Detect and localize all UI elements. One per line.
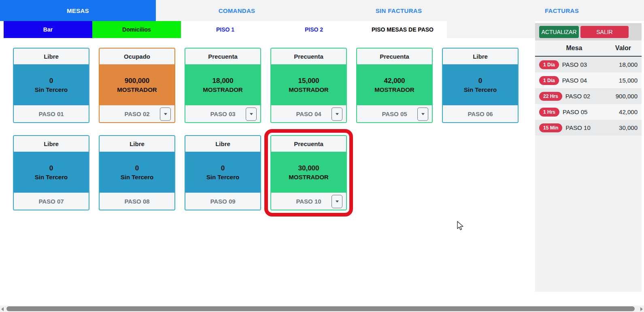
table-customer: Sin Tercero <box>121 174 153 180</box>
table-status: Libre <box>185 136 260 152</box>
actualizar-button[interactable]: ACTUALIZAR <box>539 26 579 38</box>
check-row-paso-05[interactable]: 1 Hrs PASO 05 42,000 <box>535 104 642 120</box>
table-value: 0 <box>135 164 139 172</box>
table-status: Precuenta <box>357 49 432 64</box>
chevron-down-icon <box>164 113 167 115</box>
table-value: 42,000 <box>384 77 405 85</box>
salir-button[interactable]: SALIR <box>580 26 629 38</box>
table-status: Precuenta <box>271 49 346 64</box>
table-name: PASO 10 <box>296 198 321 205</box>
check-valor: 30,000 <box>619 124 638 131</box>
subtab-piso-1[interactable]: PISO 1 <box>181 21 270 38</box>
subtab-piso-2[interactable]: PISO 2 <box>270 21 358 38</box>
table-card-footer: PASO 03 <box>185 105 260 122</box>
scrollbar-thumb[interactable] <box>6 306 635 311</box>
scroll-right-icon[interactable] <box>640 307 643 311</box>
table-actions-dropdown[interactable] <box>417 107 428 121</box>
table-card-paso-01[interactable]: Libre 0 Sin Tercero PASO 01 <box>13 48 89 123</box>
table-card-paso-02[interactable]: Ocupado 900,000 MOSTRADOR PASO 02 <box>99 48 175 123</box>
table-actions-dropdown[interactable] <box>332 195 342 208</box>
table-actions-dropdown[interactable] <box>160 107 171 121</box>
table-card-paso-07[interactable]: Libre 0 Sin Tercero PASO 07 <box>13 135 89 210</box>
horizontal-scrollbar[interactable] <box>0 306 644 312</box>
tab-mesas[interactable]: MESAS <box>0 0 156 21</box>
check-row-paso-04[interactable]: 1 Día PASO 04 15,000 <box>535 72 642 88</box>
table-name: PASO 09 <box>210 198 235 205</box>
table-value: 0 <box>221 164 225 172</box>
subbar-filler <box>447 21 535 38</box>
scroll-left-icon[interactable] <box>1 307 4 311</box>
table-actions-dropdown[interactable] <box>332 107 342 121</box>
mouse-cursor-icon <box>457 221 466 231</box>
check-row-paso-10[interactable]: 15 Min PASO 10 30,000 <box>535 120 642 136</box>
table-card-body: 900,000 MOSTRADOR <box>100 64 174 105</box>
table-actions-dropdown[interactable] <box>246 107 257 121</box>
table-card-paso-04[interactable]: Precuenta 15,000 MOSTRADOR PASO 04 <box>270 48 347 123</box>
table-card-body: 0 Sin Tercero <box>185 152 260 193</box>
table-name: PASO 08 <box>124 198 149 205</box>
elapsed-time-badge: 1 Día <box>539 60 559 69</box>
table-customer: Sin Tercero <box>35 174 68 180</box>
check-mesa: PASO 05 <box>563 108 587 115</box>
floor-tab-bar: Bar Domicilios PISO 1 PISO 2 PISO MESAS … <box>0 21 535 38</box>
table-card-paso-08[interactable]: Libre 0 Sin Tercero PASO 08 <box>99 135 175 210</box>
table-value: 30,000 <box>298 164 319 172</box>
table-customer: Sin Tercero <box>35 86 68 93</box>
elapsed-time-badge: 1 Día <box>539 76 559 85</box>
check-mesa: PASO 03 <box>562 61 587 68</box>
table-card-body: 42,000 MOSTRADOR <box>357 64 432 105</box>
table-card-body: 0 Sin Tercero <box>100 152 174 193</box>
table-customer: MOSTRADOR <box>289 86 328 93</box>
check-mesa: PASO 02 <box>565 93 590 100</box>
tab-facturas[interactable]: FACTURAS <box>480 0 644 21</box>
subtab-bar[interactable]: Bar <box>4 21 92 38</box>
check-mesa: PASO 10 <box>565 124 590 131</box>
table-customer: Sin Tercero <box>206 174 239 180</box>
table-card-footer: PASO 04 <box>271 105 346 122</box>
table-card-footer: PASO 05 <box>357 105 432 122</box>
elapsed-time-badge: 1 Hrs <box>539 108 559 117</box>
pos-window: MESAS COMANDAS SIN FACTURAS FACTURAS Bar… <box>0 0 644 312</box>
table-name: PASO 07 <box>38 198 64 205</box>
table-card-footer: PASO 02 <box>100 105 174 122</box>
table-customer: MOSTRADOR <box>117 86 157 93</box>
chevron-down-icon <box>336 200 339 202</box>
table-name: PASO 03 <box>210 110 235 117</box>
subtab-domicilios[interactable]: Domicilios <box>92 21 181 38</box>
table-card-footer: PASO 06 <box>443 105 518 122</box>
table-value: 900,000 <box>125 77 149 85</box>
check-valor: 42,000 <box>619 108 638 115</box>
check-row-paso-02[interactable]: 22 Hrs PASO 02 900,000 <box>535 88 642 104</box>
table-card-paso-03[interactable]: Precuenta 18,000 MOSTRADOR PASO 03 <box>185 48 261 123</box>
table-card-footer: PASO 08 <box>100 193 174 210</box>
check-valor: 15,000 <box>619 77 638 84</box>
table-customer: MOSTRADOR <box>374 86 414 93</box>
table-card-body: 0 Sin Tercero <box>14 152 89 193</box>
table-card-body: 18,000 MOSTRADOR <box>185 64 260 105</box>
table-card-footer: PASO 10 <box>271 193 346 210</box>
subtab-piso-mesas-de-paso[interactable]: PISO MESAS DE PASO <box>358 21 447 38</box>
open-checks-panel: ACTUALIZAR SALIR Mesa Valor 1 Día PASO 0… <box>535 23 642 292</box>
table-value: 0 <box>478 77 482 85</box>
table-name: PASO 02 <box>124 110 149 117</box>
table-card-paso-05[interactable]: Precuenta 42,000 MOSTRADOR PASO 05 <box>356 48 433 123</box>
table-customer: Sin Tercero <box>464 86 497 93</box>
table-name: PASO 06 <box>468 110 493 117</box>
check-mesa: PASO 04 <box>562 77 587 84</box>
table-card-paso-10-selected[interactable]: Precuenta 30,000 MOSTRADOR PASO 10 <box>270 135 347 210</box>
table-card-body: 0 Sin Tercero <box>14 64 89 105</box>
table-customer: MOSTRADOR <box>289 174 328 180</box>
tab-sin-facturas[interactable]: SIN FACTURAS <box>318 0 480 21</box>
tab-comandas[interactable]: COMANDAS <box>156 0 318 21</box>
column-header-valor: Valor <box>603 45 642 52</box>
table-status: Libre <box>100 136 174 152</box>
table-status: Precuenta <box>271 136 346 152</box>
panel-table-header: Mesa Valor <box>535 40 642 57</box>
table-status: Ocupado <box>100 49 174 64</box>
table-card-paso-06[interactable]: Libre 0 Sin Tercero PASO 06 <box>442 48 519 123</box>
table-card-paso-09[interactable]: Libre 0 Sin Tercero PASO 09 <box>185 135 261 210</box>
chevron-down-icon <box>336 113 339 115</box>
tables-grid: Libre 0 Sin Tercero PASO 01 Ocupado 900,… <box>13 48 519 210</box>
table-status: Libre <box>14 136 89 152</box>
check-row-paso-03[interactable]: 1 Día PASO 03 18,000 <box>535 57 642 72</box>
